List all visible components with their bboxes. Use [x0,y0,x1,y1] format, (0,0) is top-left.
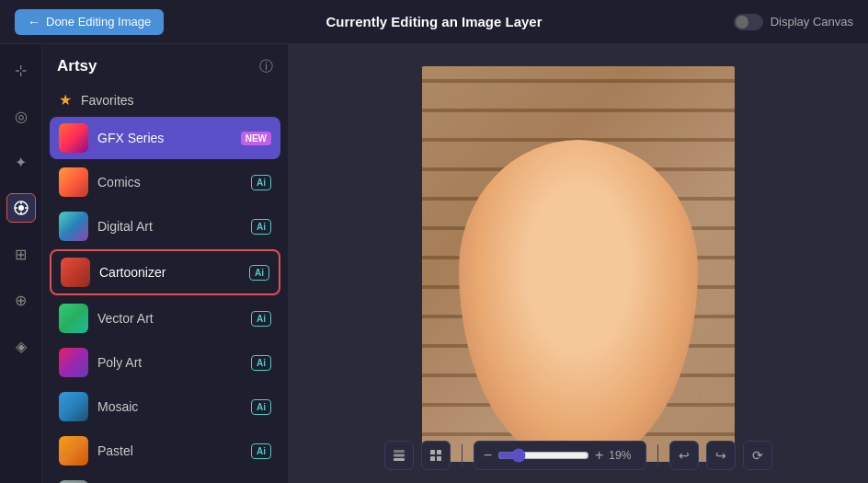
panel-title: Artsy [57,57,97,75]
top-bar: ← Done Editing Image Currently Editing a… [0,0,868,44]
zoom-out-icon[interactable]: − [484,447,492,464]
panel-list: ★ Favorites GFX Series NEW Comics Ai Dig… [42,85,288,483]
svg-rect-11 [430,456,435,461]
item-icon-cartoonizer [61,258,90,287]
item-icon-digital-art [59,212,88,241]
item-label-pastel: Pastel [97,443,242,458]
svg-rect-10 [437,450,441,454]
artsy-panel: Artsy ⓘ ★ Favorites GFX Series NEW Comic… [42,44,289,483]
badge-poly-art: Ai [251,355,271,371]
sliders-icon[interactable]: ⊹ [6,55,36,85]
item-label-favorites: Favorites [81,93,271,108]
artsy-icon[interactable] [6,193,36,223]
item-label-cartoonizer: Cartoonizer [99,265,240,280]
item-label-mosaic: Mosaic [97,399,242,414]
list-item-poly-art[interactable]: Poly Art Ai [50,341,280,384]
badge-vector-art: Ai [251,311,271,327]
main-area: ⊹ ◎ ✦ ⊞ ⊕ ◈ Artsy ⓘ ★ Favorites [0,44,868,483]
toolbar-separator-2 [657,444,658,466]
toolbar-separator-1 [462,444,463,466]
zoom-percentage: 19% [609,449,636,462]
history-icon[interactable]: ⟳ [743,441,772,470]
list-item-pastel[interactable]: Pastel Ai [50,430,280,472]
left-icon-sidebar: ⊹ ◎ ✦ ⊞ ⊕ ◈ [0,44,42,483]
item-label-comics: Comics [97,175,242,190]
item-label-poly-art: Poly Art [97,355,242,370]
item-icon-pastel [59,436,88,466]
redo-icon[interactable]: ↪ [706,441,736,470]
list-item-digital-art[interactable]: Digital Art Ai [50,205,280,247]
undo-icon[interactable]: ↩ [669,441,699,470]
svg-rect-8 [394,458,405,461]
item-label-gfx-series: GFX Series [97,131,232,145]
grid-toolbar-button[interactable] [421,441,451,470]
svg-rect-12 [437,456,441,461]
badge-comics: Ai [251,175,271,190]
list-item-pen-art[interactable]: Pen Art Ai [50,474,280,483]
display-canvas-label: Display Canvas [771,15,853,29]
badge-gfx-series: NEW [241,132,271,145]
item-label-vector-art: Vector Art [97,311,242,326]
canvas-area: − + 19% ↩ ↪ ⟳ [289,44,868,483]
back-arrow-icon: ← [28,15,40,29]
svg-rect-6 [394,450,405,453]
layers-toolbar-button[interactable] [384,441,414,470]
svg-rect-9 [430,450,435,454]
item-label-digital-art: Digital Art [97,219,242,234]
info-icon[interactable]: ⓘ [259,58,273,75]
page-title: Currently Editing an Image Layer [326,14,542,29]
bottom-toolbar: − + 19% ↩ ↪ ⟳ [289,441,868,470]
photo-preview [422,66,735,462]
list-item-mosaic[interactable]: Mosaic Ai [50,385,280,428]
item-icon-gfx-series [59,123,88,153]
star-icon: ★ [59,91,72,109]
done-editing-button[interactable]: ← Done Editing Image [15,9,164,35]
item-icon-comics [59,167,88,197]
image-canvas [422,66,735,462]
badge-mosaic: Ai [251,399,271,415]
stamp-icon[interactable]: ⊕ [6,285,36,315]
badge-pastel: Ai [251,443,271,459]
badge-cartoonizer: Ai [249,265,269,281]
sparkle-icon[interactable]: ✦ [6,147,36,177]
mask-icon[interactable]: ◈ [6,331,36,361]
zoom-in-icon[interactable]: + [595,447,603,464]
list-item-favorites[interactable]: ★ Favorites [50,85,280,115]
item-icon-poly-art [59,348,88,377]
list-item-cartoonizer[interactable]: Cartoonizer Ai [50,249,280,295]
list-item-gfx-series[interactable]: GFX Series NEW [50,117,280,159]
display-canvas-checkbox[interactable] [734,14,763,30]
list-item-comics[interactable]: Comics Ai [50,161,280,203]
eye-icon[interactable]: ◎ [6,101,36,131]
svg-point-1 [18,205,24,211]
item-icon-mosaic [59,392,88,421]
svg-rect-7 [394,454,405,457]
panel-header: Artsy ⓘ [42,44,288,85]
layers-icon[interactable]: ⊞ [6,239,36,269]
zoom-slider[interactable] [497,448,589,463]
badge-digital-art: Ai [251,219,271,235]
item-icon-vector-art [59,304,88,333]
list-item-vector-art[interactable]: Vector Art Ai [50,297,280,339]
done-editing-label: Done Editing Image [46,15,151,29]
zoom-control: − + 19% [474,441,647,470]
display-canvas-toggle[interactable]: Display Canvas [734,14,853,30]
